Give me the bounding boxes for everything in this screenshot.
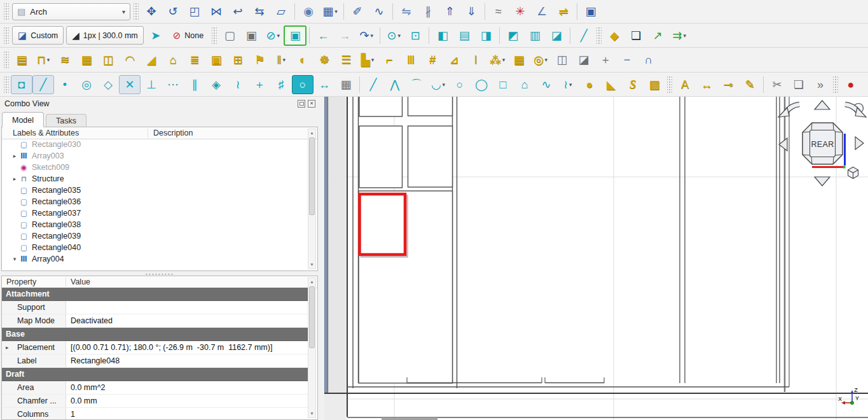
draft-polygon-icon[interactable]: ⌂: [514, 75, 535, 94]
box-element-selection-icon[interactable]: ▣: [240, 26, 262, 45]
arch-survey-icon[interactable]: ∩: [638, 50, 659, 69]
draft-line-icon[interactable]: ╱: [362, 75, 384, 94]
autogroup-button[interactable]: ⊘None: [168, 27, 209, 44]
move-icon[interactable]: ✥: [141, 2, 162, 21]
arch-window-icon[interactable]: ◫: [97, 50, 119, 69]
snap-near-icon[interactable]: ≀: [227, 75, 249, 94]
line-width-button[interactable]: ◢1px | 300.0 mm: [66, 26, 143, 45]
snap-working-plane-icon[interactable]: ○: [292, 75, 313, 94]
property-row-map-mode[interactable]: Map ModeDeactivated: [2, 314, 308, 328]
toolbar-grip[interactable]: [4, 3, 9, 20]
wire-to-bspline-icon[interactable]: ≈: [488, 2, 509, 21]
navicube-arrow-down[interactable]: [815, 177, 830, 186]
draft-ellipse-icon[interactable]: ◯: [471, 75, 492, 94]
make-link-icon[interactable]: ⇉▾: [668, 26, 690, 45]
view-bottom-icon[interactable]: ▥: [524, 26, 546, 45]
navigation-cube[interactable]: REAR: [778, 101, 866, 186]
draft-wire-icon[interactable]: ⋀: [384, 75, 406, 94]
import-link-icon[interactable]: ↗: [647, 26, 668, 45]
snap-lock-icon[interactable]: ◘: [11, 75, 32, 94]
property-value[interactable]: 0.0 mm^2: [66, 381, 308, 394]
snap-dimensions-icon[interactable]: ↔: [313, 75, 335, 94]
property-value[interactable]: Deactivated: [66, 314, 308, 327]
property-scrollbar-thumb[interactable]: [309, 286, 315, 348]
tree-item-Rectangle035[interactable]: ▢Rectangle035: [2, 185, 308, 196]
snap-perpendicular-icon[interactable]: ⊥: [141, 75, 162, 94]
slope-icon[interactable]: ∠: [531, 2, 553, 21]
property-value[interactable]: Rectangle048: [66, 354, 308, 367]
toolbar-overflow2-icon[interactable]: »: [862, 75, 868, 94]
draft-fillet-icon[interactable]: ⌒: [406, 75, 427, 94]
scroll-up-icon[interactable]: ▲: [308, 129, 315, 137]
toolbar-grip[interactable]: [667, 76, 672, 93]
navicube-arrow-up[interactable]: [815, 101, 830, 109]
scroll-up-icon[interactable]: ▲: [308, 278, 315, 286]
tree-scrollbar[interactable]: ▲ ▼: [308, 129, 316, 269]
snap-ortho-icon[interactable]: ＋: [249, 75, 270, 94]
arch-remove-icon[interactable]: −: [616, 50, 638, 69]
style-custom-button[interactable]: ◪Custom: [12, 26, 64, 45]
tree-item-Rectangle040[interactable]: ▢Rectangle040: [2, 242, 308, 253]
navicube-arrow-right[interactable]: [855, 137, 864, 150]
arch-axis-icon[interactable]: ◐: [292, 50, 313, 69]
go-to-linked-object-icon[interactable]: ↷▾: [355, 26, 377, 45]
tree-item-Sketch009[interactable]: ◉Sketch009: [2, 162, 308, 173]
rotate-icon[interactable]: ↺: [162, 2, 184, 21]
panel-float-icon[interactable]: [298, 100, 305, 108]
toolbar-grip[interactable]: [596, 27, 602, 44]
toolbar-grip[interactable]: [134, 3, 139, 20]
arch-frame-icon[interactable]: ⌐: [378, 50, 400, 69]
annotation-styles-icon[interactable]: ✎: [739, 75, 761, 94]
window-pane[interactable]: [408, 97, 453, 116]
stretch-icon[interactable]: ▱: [270, 2, 292, 21]
fly-mode-icon[interactable]: ➤: [145, 26, 167, 45]
arch-wall-icon[interactable]: ▤: [11, 50, 32, 69]
snap-special-icon[interactable]: ◈: [205, 75, 227, 94]
edit-mode-icon[interactable]: ▣: [284, 25, 307, 46]
toggle-grid-icon[interactable]: ▦: [335, 75, 357, 94]
view-front-icon[interactable]: ◧: [432, 26, 453, 45]
draft-arc-icon[interactable]: ◡▾: [427, 75, 449, 94]
arch-fence-icon[interactable]: #: [422, 50, 443, 69]
arch-add-component-icon[interactable]: ▣: [205, 50, 227, 69]
property-column[interactable]: Property: [2, 277, 66, 286]
3d-view-canvas[interactable]: REAR X Y Z: [324, 97, 868, 420]
view-right-icon[interactable]: ◨: [475, 26, 497, 45]
property-row-area[interactable]: Area0.0 mm^2: [2, 381, 308, 395]
snap-intersection-icon[interactable]: ✕: [119, 75, 141, 94]
arch-fence-post-icon[interactable]: Ⅲ: [400, 50, 422, 69]
property-expander-icon[interactable]: ▸: [6, 341, 9, 354]
upgrade-icon[interactable]: ⇑: [439, 2, 460, 21]
view-top-icon[interactable]: ▤: [453, 26, 475, 45]
explode-icon[interactable]: ✳: [509, 2, 531, 21]
toolbar-grip[interactable]: [4, 52, 9, 68]
tree-item-Rectangle030[interactable]: ▢Rectangle030: [2, 139, 308, 150]
snap-angle-icon[interactable]: ◇: [97, 75, 119, 94]
property-row-placement[interactable]: ▸Placement[(0.00 0.71 0.71); 180.0 °; (-…: [2, 341, 308, 354]
scroll-down-icon[interactable]: ▼: [308, 261, 315, 269]
toolbar-grip[interactable]: [833, 76, 838, 93]
arch-roof-icon[interactable]: ◢: [141, 50, 162, 69]
navicube-mini-cube[interactable]: [848, 167, 858, 179]
snap-center-icon[interactable]: ◎: [76, 75, 97, 94]
property-row-support[interactable]: Support: [2, 301, 308, 314]
draft-bspline-icon[interactable]: ∿: [535, 75, 557, 94]
tree-expander-icon[interactable]: ▾: [11, 256, 18, 262]
property-scrollbar[interactable]: ▲ ▼: [308, 277, 316, 418]
tree-item-Array004[interactable]: ▾ⅢArray004: [2, 253, 308, 265]
3d-viewport[interactable]: REAR X Y Z: [324, 97, 868, 420]
tree-expander-icon[interactable]: ▸: [11, 176, 18, 182]
property-row-label[interactable]: LabelRectangle048: [2, 354, 308, 368]
arch-truss-icon[interactable]: ⊿: [443, 50, 465, 69]
tab-tasks[interactable]: Tasks: [46, 114, 86, 127]
property-group-draft[interactable]: Draft: [2, 368, 308, 381]
property-value[interactable]: 1: [66, 408, 308, 420]
property-value[interactable]: 0.0 mm: [66, 395, 308, 407]
arch-stairs-icon[interactable]: ☰: [335, 50, 357, 69]
navicube-arrow-left[interactable]: [779, 138, 787, 151]
draft-facebinder-icon[interactable]: ◣: [600, 75, 622, 94]
clone-icon[interactable]: ◉: [298, 2, 319, 21]
snap-parallel-icon[interactable]: ∥: [184, 75, 205, 94]
tree-expander-icon[interactable]: ▸: [11, 153, 18, 159]
split-icon[interactable]: ∦: [417, 2, 439, 21]
